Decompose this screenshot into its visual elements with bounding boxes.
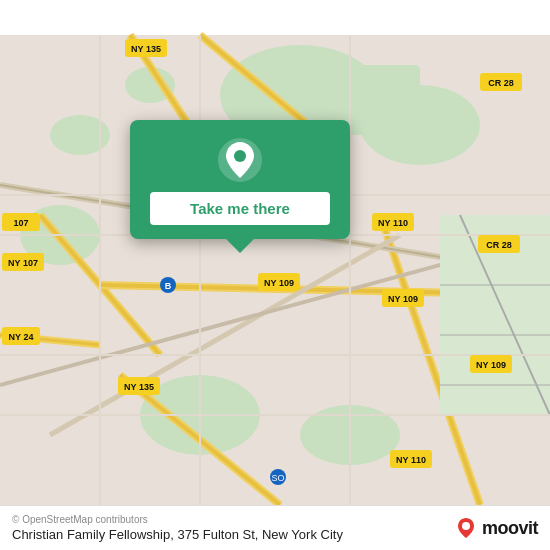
moovit-logo: moovit xyxy=(454,516,538,540)
bottom-info: © OpenStreetMap contributors Christian F… xyxy=(12,514,343,542)
svg-text:NY 110: NY 110 xyxy=(378,218,408,228)
moovit-brand-label: moovit xyxy=(482,518,538,539)
svg-text:107: 107 xyxy=(13,218,28,228)
svg-text:NY 109: NY 109 xyxy=(264,278,294,288)
svg-text:NY 24: NY 24 xyxy=(9,332,34,342)
location-pin-icon xyxy=(218,138,262,182)
svg-text:NY 135: NY 135 xyxy=(131,44,161,54)
moovit-pin-icon xyxy=(454,516,478,540)
svg-text:NY 135: NY 135 xyxy=(124,382,154,392)
svg-text:NY 110: NY 110 xyxy=(396,455,426,465)
svg-point-73 xyxy=(462,522,470,530)
popup-card: Take me there xyxy=(130,120,350,239)
copyright-text: © OpenStreetMap contributors xyxy=(12,514,343,525)
map-background: NY 135 NY 135 NY 135 107 NY 107 NY 109 N… xyxy=(0,0,550,550)
svg-text:CR 28: CR 28 xyxy=(486,240,512,250)
take-me-there-button[interactable]: Take me there xyxy=(150,192,330,225)
svg-text:SO: SO xyxy=(271,473,284,483)
address-text: Christian Family Fellowship, 375 Fulton … xyxy=(12,527,343,542)
svg-text:NY 107: NY 107 xyxy=(8,258,38,268)
svg-text:B: B xyxy=(165,281,172,291)
bottom-bar: © OpenStreetMap contributors Christian F… xyxy=(0,505,550,550)
svg-text:CR 28: CR 28 xyxy=(488,78,514,88)
svg-text:NY 109: NY 109 xyxy=(388,294,418,304)
map-container: NY 135 NY 135 NY 135 107 NY 107 NY 109 N… xyxy=(0,0,550,550)
svg-point-72 xyxy=(234,150,246,162)
svg-text:NY 109: NY 109 xyxy=(476,360,506,370)
